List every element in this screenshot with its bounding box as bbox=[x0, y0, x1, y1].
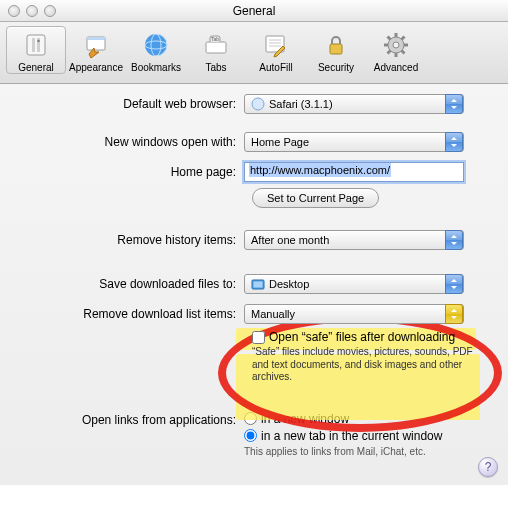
svg-line-24 bbox=[402, 37, 405, 40]
window-controls bbox=[8, 5, 56, 17]
popup-arrows-icon bbox=[445, 132, 463, 152]
svg-point-3 bbox=[37, 40, 39, 42]
svg-rect-0 bbox=[27, 35, 45, 55]
preferences-toolbar: General Appearance Bookmarks Tab Tabs Au… bbox=[0, 22, 508, 84]
toolbar-tab-appearance[interactable]: Appearance bbox=[66, 26, 126, 74]
titlebar: General bbox=[0, 0, 508, 22]
globe-icon bbox=[140, 29, 172, 61]
help-button[interactable]: ? bbox=[478, 457, 498, 477]
remove-history-popup[interactable]: After one month bbox=[244, 230, 464, 250]
remove-downloads-popup[interactable]: Manually bbox=[244, 304, 464, 324]
popup-arrows-icon bbox=[445, 304, 463, 324]
toolbar-tab-label: General bbox=[18, 62, 54, 73]
new-windows-value: Home Page bbox=[251, 136, 309, 148]
toolbar-tab-advanced[interactable]: Advanced bbox=[366, 26, 426, 74]
save-downloads-label: Save downloaded files to: bbox=[12, 277, 244, 291]
open-links-label: Open links from applications: bbox=[12, 412, 244, 427]
toolbar-tab-label: AutoFill bbox=[259, 62, 292, 73]
popup-arrows-icon bbox=[445, 274, 463, 294]
open-safe-files-description: “Safe” files include movies, pictures, s… bbox=[252, 346, 482, 384]
toolbar-tab-general[interactable]: General bbox=[6, 26, 66, 74]
appearance-icon bbox=[80, 29, 112, 61]
default-browser-popup[interactable]: Safari (3.1.1) bbox=[244, 94, 464, 114]
set-current-page-label: Set to Current Page bbox=[267, 192, 364, 204]
svg-line-23 bbox=[388, 51, 391, 54]
svg-line-21 bbox=[388, 37, 391, 40]
open-links-new-tab-radio[interactable] bbox=[244, 429, 257, 442]
help-icon: ? bbox=[485, 460, 492, 474]
preferences-content: Default web browser: Safari (3.1.1) New … bbox=[0, 84, 508, 485]
zoom-window-button[interactable] bbox=[44, 5, 56, 17]
remove-downloads-label: Remove download list items: bbox=[12, 307, 244, 321]
default-browser-value: Safari (3.1.1) bbox=[269, 98, 333, 110]
lock-icon bbox=[320, 29, 352, 61]
toolbar-tab-security[interactable]: Security bbox=[306, 26, 366, 74]
remove-history-label: Remove history items: bbox=[12, 233, 244, 247]
default-browser-label: Default web browser: bbox=[12, 97, 244, 111]
minimize-window-button[interactable] bbox=[26, 5, 38, 17]
close-window-button[interactable] bbox=[8, 5, 20, 17]
toolbar-tab-label: Tabs bbox=[205, 62, 226, 73]
open-links-description: This applies to links from Mail, iChat, … bbox=[244, 446, 496, 457]
window-title: General bbox=[0, 4, 508, 18]
open-safe-files-label: Open “safe” files after downloading bbox=[269, 330, 455, 344]
toolbar-tab-label: Security bbox=[318, 62, 354, 73]
svg-rect-1 bbox=[32, 38, 35, 52]
home-page-label: Home page: bbox=[12, 165, 244, 179]
svg-point-16 bbox=[393, 42, 399, 48]
popup-arrows-icon bbox=[445, 230, 463, 250]
svg-line-22 bbox=[402, 51, 405, 54]
open-links-new-window-radio[interactable] bbox=[244, 412, 257, 425]
pencil-form-icon bbox=[260, 29, 292, 61]
open-links-new-window-label: in a new window bbox=[261, 412, 349, 426]
home-page-value: http://www.macphoenix.com/ bbox=[249, 163, 391, 177]
save-downloads-value: Desktop bbox=[269, 278, 309, 290]
remove-history-value: After one month bbox=[251, 234, 329, 246]
gear-icon bbox=[380, 29, 412, 61]
switch-icon bbox=[20, 29, 52, 61]
open-links-new-tab-label: in a new tab in the current window bbox=[261, 429, 442, 443]
svg-rect-5 bbox=[87, 37, 105, 40]
toolbar-tab-label: Bookmarks bbox=[131, 62, 181, 73]
open-safe-files-checkbox[interactable] bbox=[252, 331, 265, 344]
save-downloads-popup[interactable]: Desktop bbox=[244, 274, 464, 294]
new-windows-label: New windows open with: bbox=[12, 135, 244, 149]
safari-compass-icon bbox=[251, 97, 265, 111]
set-current-page-button[interactable]: Set to Current Page bbox=[252, 188, 379, 208]
toolbar-tab-autofill[interactable]: AutoFill bbox=[246, 26, 306, 74]
toolbar-tab-label: Advanced bbox=[374, 62, 418, 73]
svg-rect-14 bbox=[330, 44, 342, 54]
tabs-icon: Tab bbox=[200, 29, 232, 61]
svg-rect-8 bbox=[206, 42, 226, 53]
home-page-input[interactable]: http://www.macphoenix.com/ bbox=[244, 162, 464, 182]
toolbar-tab-bookmarks[interactable]: Bookmarks bbox=[126, 26, 186, 74]
svg-text:Tab: Tab bbox=[211, 36, 219, 42]
new-windows-popup[interactable]: Home Page bbox=[244, 132, 464, 152]
remove-downloads-value: Manually bbox=[251, 308, 295, 320]
svg-point-25 bbox=[252, 98, 264, 110]
desktop-folder-icon bbox=[251, 277, 265, 291]
popup-arrows-icon bbox=[445, 94, 463, 114]
toolbar-tab-tabs[interactable]: Tab Tabs bbox=[186, 26, 246, 74]
toolbar-tab-label: Appearance bbox=[69, 62, 123, 73]
svg-rect-27 bbox=[254, 282, 263, 288]
